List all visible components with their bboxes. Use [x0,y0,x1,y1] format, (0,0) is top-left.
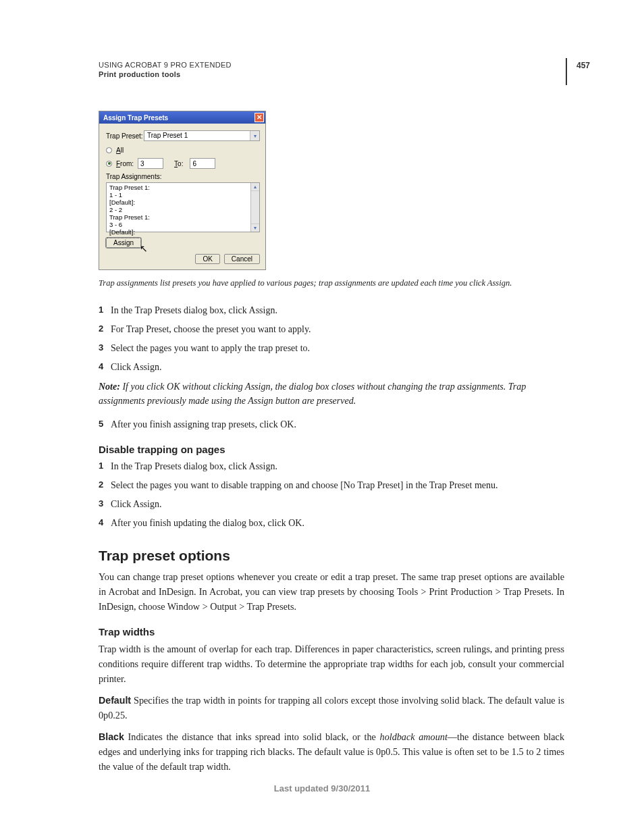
to-label: To: [174,160,183,167]
steps-list-2: 1In the Trap Presets dialog box, click A… [99,459,564,530]
note-label: Note: [99,382,120,392]
note-text: If you click OK without clicking Assign,… [99,382,526,406]
ok-button[interactable]: OK [195,254,219,264]
definition-black: Black Indicates the distance that inks s… [99,729,564,774]
list-item: Trap Preset 1: [109,214,248,221]
assign-trap-presets-dialog: Assign Trap Presets ✕ Trap Preset: Trap … [99,111,266,270]
step: 3Select the pages you want to apply the … [99,341,564,355]
trap-preset-label: Trap Preset: [106,132,144,140]
step: 2For Trap Preset, choose the preset you … [99,322,564,336]
step: 1In the Trap Presets dialog box, click A… [99,459,564,473]
radio-from-label: From: [116,160,134,167]
scroll-thumb[interactable] [251,191,259,224]
header-divider [566,58,567,85]
list-item: [Default]: [109,229,248,236]
list-scrollbar[interactable]: ▴ ▾ [250,183,259,232]
close-icon[interactable]: ✕ [254,113,264,122]
term-black: Black [99,731,124,742]
trap-preset-combo[interactable]: Trap Preset 1 ▾ [144,130,260,141]
options-intro: You can change trap preset options whene… [99,569,564,614]
step: 1In the Trap Presets dialog box, click A… [99,303,564,317]
dialog-titlebar: Assign Trap Presets ✕ [99,111,265,124]
page-footer: Last updated 9/30/2011 [0,783,644,793]
page-content: Assign Trap Presets ✕ Trap Preset: Trap … [99,111,564,781]
radio-all[interactable] [106,147,112,153]
chevron-down-icon[interactable]: ▾ [250,131,259,140]
assign-button[interactable]: Assign [106,238,141,248]
figure-caption: Trap assignments list presets you have a… [99,277,564,290]
heading-trap-preset-options: Trap preset options [99,548,564,564]
cursor-icon: ↖ [140,243,148,254]
doc-title: USING ACROBAT 9 PRO EXTENDED [99,61,232,69]
step: 5After you finish assigning trap presets… [99,417,564,432]
radio-from[interactable] [106,161,112,167]
list-items: Trap Preset 1: 1 - 1 [Default]: 2 - 2 Tr… [107,183,250,232]
list-item: Trap Preset 1: [109,184,248,192]
page-header: USING ACROBAT 9 PRO EXTENDED Print produ… [99,61,232,78]
radio-all-label: All [116,147,124,154]
list-item: [Default]: [109,199,248,207]
steps-list-1: 1In the Trap Presets dialog box, click A… [99,303,564,374]
heading-trap-widths: Trap widths [99,626,564,637]
cancel-button[interactable]: Cancel [224,254,260,264]
heading-disable-trapping: Disable trapping on pages [99,444,564,455]
to-input[interactable] [190,158,215,169]
page-number: 457 [576,61,590,70]
step: 4After you finish updating the dialog bo… [99,516,564,530]
dialog-body: Trap Preset: Trap Preset 1 ▾ All From: T… [99,124,265,269]
steps-list-1-cont: 5After you finish assigning trap presets… [99,417,564,432]
note-block: Note: If you click OK without clicking A… [99,380,564,408]
assignments-label: Trap Assignments: [106,173,260,180]
step: 3Click Assign. [99,497,564,511]
step: 2Select the pages you want to disable tr… [99,478,564,492]
step: 4Click Assign. [99,360,564,374]
doc-section: Print production tools [99,70,232,78]
definition-default: Default Specifies the trap width in poin… [99,693,564,723]
scroll-down-icon[interactable]: ▾ [251,224,259,232]
scroll-up-icon[interactable]: ▴ [251,183,259,191]
dialog-title: Assign Trap Presets [103,114,168,122]
from-input[interactable] [138,158,163,169]
widths-intro: Trap width is the amount of overlap for … [99,642,564,686]
list-item: 3 - 6 [109,221,248,229]
trap-preset-value: Trap Preset 1 [144,131,250,140]
term-default: Default [99,695,131,706]
trap-assignments-list[interactable]: Trap Preset 1: 1 - 1 [Default]: 2 - 2 Tr… [106,182,260,232]
